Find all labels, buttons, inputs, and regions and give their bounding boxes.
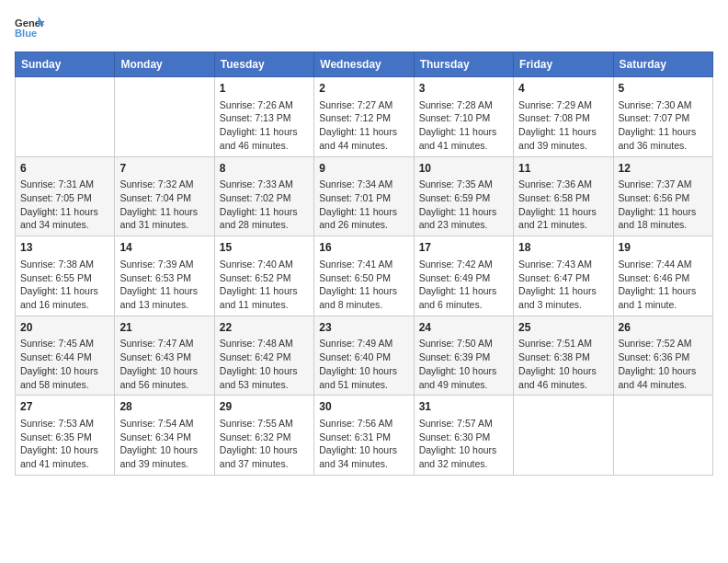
cell-content: Sunrise: 7:26 AM Sunset: 7:13 PM Dayligh… (220, 98, 309, 153)
logo-icon: General Blue (15, 15, 44, 40)
day-number: 24 (419, 320, 508, 336)
calendar-week-row: 13Sunrise: 7:38 AM Sunset: 6:55 PM Dayli… (16, 236, 713, 316)
calendar-cell: 23Sunrise: 7:49 AM Sunset: 6:40 PM Dayli… (314, 316, 414, 396)
calendar-cell: 22Sunrise: 7:48 AM Sunset: 6:42 PM Dayli… (214, 316, 313, 396)
calendar-week-row: 20Sunrise: 7:45 AM Sunset: 6:44 PM Dayli… (16, 316, 713, 396)
calendar-cell: 20Sunrise: 7:45 AM Sunset: 6:44 PM Dayli… (16, 316, 115, 396)
calendar-cell: 27Sunrise: 7:53 AM Sunset: 6:35 PM Dayli… (16, 396, 115, 476)
cell-content: Sunrise: 7:53 AM Sunset: 6:35 PM Dayligh… (20, 417, 109, 471)
calendar-cell: 18Sunrise: 7:43 AM Sunset: 6:47 PM Dayli… (514, 236, 613, 316)
calendar-cell: 26Sunrise: 7:52 AM Sunset: 6:36 PM Dayli… (613, 316, 712, 396)
calendar-table: SundayMondayTuesdayWednesdayThursdayFrid… (15, 52, 713, 476)
calendar-cell: 4Sunrise: 7:29 AM Sunset: 7:08 PM Daylig… (514, 77, 613, 157)
calendar-cell: 29Sunrise: 7:55 AM Sunset: 6:32 PM Dayli… (214, 396, 313, 476)
calendar-cell: 9Sunrise: 7:34 AM Sunset: 7:01 PM Daylig… (314, 156, 414, 236)
cell-content: Sunrise: 7:35 AM Sunset: 6:59 PM Dayligh… (419, 178, 508, 232)
calendar-cell: 1Sunrise: 7:26 AM Sunset: 7:13 PM Daylig… (214, 77, 313, 157)
day-number: 16 (319, 240, 408, 256)
cell-content: Sunrise: 7:32 AM Sunset: 7:04 PM Dayligh… (119, 178, 209, 232)
cell-content: Sunrise: 7:48 AM Sunset: 6:42 PM Dayligh… (220, 337, 309, 391)
calendar-cell: 21Sunrise: 7:47 AM Sunset: 6:43 PM Dayli… (115, 316, 214, 396)
calendar-cell: 19Sunrise: 7:44 AM Sunset: 6:46 PM Dayli… (613, 236, 712, 316)
calendar-cell: 25Sunrise: 7:51 AM Sunset: 6:38 PM Dayli… (514, 316, 613, 396)
day-number: 15 (220, 240, 309, 256)
calendar-cell: 17Sunrise: 7:42 AM Sunset: 6:49 PM Dayli… (414, 236, 513, 316)
cell-content: Sunrise: 7:36 AM Sunset: 6:58 PM Dayligh… (518, 178, 608, 232)
cell-content: Sunrise: 7:33 AM Sunset: 7:02 PM Dayligh… (220, 178, 309, 232)
cell-content: Sunrise: 7:30 AM Sunset: 7:07 PM Dayligh… (619, 98, 708, 153)
day-number: 25 (518, 320, 608, 336)
calendar-header-row: SundayMondayTuesdayWednesdayThursdayFrid… (16, 52, 713, 77)
day-number: 18 (518, 240, 608, 256)
calendar-cell: 15Sunrise: 7:40 AM Sunset: 6:52 PM Dayli… (214, 236, 313, 316)
day-number: 22 (220, 320, 309, 336)
cell-content: Sunrise: 7:37 AM Sunset: 6:56 PM Dayligh… (619, 178, 708, 232)
svg-text:Blue: Blue (15, 28, 37, 39)
day-number: 17 (419, 240, 508, 256)
day-number: 3 (419, 81, 508, 97)
calendar-cell: 12Sunrise: 7:37 AM Sunset: 6:56 PM Dayli… (613, 156, 712, 236)
day-number: 1 (220, 81, 309, 97)
calendar-week-row: 1Sunrise: 7:26 AM Sunset: 7:13 PM Daylig… (16, 77, 713, 157)
day-number: 26 (619, 320, 708, 336)
day-number: 10 (419, 161, 508, 177)
cell-content: Sunrise: 7:49 AM Sunset: 6:40 PM Dayligh… (319, 337, 408, 391)
calendar-cell: 28Sunrise: 7:54 AM Sunset: 6:34 PM Dayli… (115, 396, 214, 476)
cell-content: Sunrise: 7:51 AM Sunset: 6:38 PM Dayligh… (518, 337, 608, 391)
cell-content: Sunrise: 7:45 AM Sunset: 6:44 PM Dayligh… (20, 337, 109, 391)
cell-content: Sunrise: 7:54 AM Sunset: 6:34 PM Dayligh… (119, 417, 209, 471)
calendar-cell: 3Sunrise: 7:28 AM Sunset: 7:10 PM Daylig… (414, 77, 513, 157)
day-of-week-header: Saturday (613, 52, 712, 77)
calendar-cell (115, 77, 214, 157)
day-number: 23 (319, 320, 408, 336)
day-of-week-header: Thursday (414, 52, 513, 77)
day-of-week-header: Friday (514, 52, 613, 77)
cell-content: Sunrise: 7:50 AM Sunset: 6:39 PM Dayligh… (419, 337, 508, 391)
cell-content: Sunrise: 7:56 AM Sunset: 6:31 PM Dayligh… (319, 417, 408, 471)
cell-content: Sunrise: 7:40 AM Sunset: 6:52 PM Dayligh… (220, 258, 309, 312)
day-number: 4 (518, 81, 608, 97)
cell-content: Sunrise: 7:47 AM Sunset: 6:43 PM Dayligh… (119, 337, 209, 391)
cell-content: Sunrise: 7:34 AM Sunset: 7:01 PM Dayligh… (319, 178, 408, 232)
day-of-week-header: Wednesday (314, 52, 414, 77)
day-number: 7 (119, 161, 209, 177)
day-number: 28 (119, 399, 209, 415)
logo: General Blue (15, 15, 44, 40)
day-number: 6 (20, 161, 109, 177)
day-number: 11 (518, 161, 608, 177)
cell-content: Sunrise: 7:57 AM Sunset: 6:30 PM Dayligh… (419, 417, 508, 471)
cell-content: Sunrise: 7:28 AM Sunset: 7:10 PM Dayligh… (419, 98, 508, 153)
calendar-cell (16, 77, 115, 157)
day-number: 13 (20, 240, 109, 256)
day-number: 29 (220, 399, 309, 415)
cell-content: Sunrise: 7:52 AM Sunset: 6:36 PM Dayligh… (619, 337, 708, 391)
cell-content: Sunrise: 7:43 AM Sunset: 6:47 PM Dayligh… (518, 258, 608, 312)
cell-content: Sunrise: 7:55 AM Sunset: 6:32 PM Dayligh… (220, 417, 309, 471)
page-header: General Blue (15, 15, 713, 40)
cell-content: Sunrise: 7:44 AM Sunset: 6:46 PM Dayligh… (619, 258, 708, 312)
day-of-week-header: Monday (115, 52, 214, 77)
day-number: 31 (419, 399, 508, 415)
calendar-cell: 16Sunrise: 7:41 AM Sunset: 6:50 PM Dayli… (314, 236, 414, 316)
cell-content: Sunrise: 7:41 AM Sunset: 6:50 PM Dayligh… (319, 258, 408, 312)
day-number: 5 (619, 81, 708, 97)
calendar-cell: 24Sunrise: 7:50 AM Sunset: 6:39 PM Dayli… (414, 316, 513, 396)
day-number: 21 (119, 320, 209, 336)
day-number: 19 (619, 240, 708, 256)
cell-content: Sunrise: 7:39 AM Sunset: 6:53 PM Dayligh… (119, 258, 209, 312)
calendar-cell: 10Sunrise: 7:35 AM Sunset: 6:59 PM Dayli… (414, 156, 513, 236)
cell-content: Sunrise: 7:38 AM Sunset: 6:55 PM Dayligh… (20, 258, 109, 312)
calendar-cell: 30Sunrise: 7:56 AM Sunset: 6:31 PM Dayli… (314, 396, 414, 476)
calendar-cell: 5Sunrise: 7:30 AM Sunset: 7:07 PM Daylig… (613, 77, 712, 157)
calendar-cell: 7Sunrise: 7:32 AM Sunset: 7:04 PM Daylig… (115, 156, 214, 236)
calendar-cell: 8Sunrise: 7:33 AM Sunset: 7:02 PM Daylig… (214, 156, 313, 236)
calendar-week-row: 27Sunrise: 7:53 AM Sunset: 6:35 PM Dayli… (16, 396, 713, 476)
calendar-cell: 13Sunrise: 7:38 AM Sunset: 6:55 PM Dayli… (16, 236, 115, 316)
day-number: 12 (619, 161, 708, 177)
calendar-week-row: 6Sunrise: 7:31 AM Sunset: 7:05 PM Daylig… (16, 156, 713, 236)
calendar-cell: 31Sunrise: 7:57 AM Sunset: 6:30 PM Dayli… (414, 396, 513, 476)
cell-content: Sunrise: 7:29 AM Sunset: 7:08 PM Dayligh… (518, 98, 608, 153)
calendar-cell (613, 396, 712, 476)
calendar-cell: 14Sunrise: 7:39 AM Sunset: 6:53 PM Dayli… (115, 236, 214, 316)
calendar-cell: 11Sunrise: 7:36 AM Sunset: 6:58 PM Dayli… (514, 156, 613, 236)
